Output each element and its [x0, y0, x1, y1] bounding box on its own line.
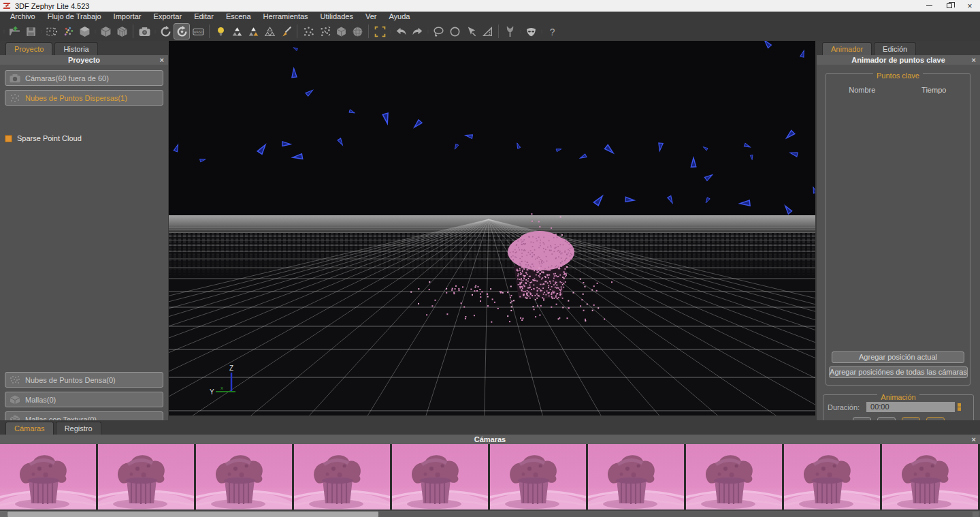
tab-camaras[interactable]: Cámaras	[5, 422, 54, 435]
minimize-button[interactable]	[919, 0, 939, 12]
menu-item-utilidades[interactable]: Utilidades	[314, 12, 359, 22]
toolbar-cube-extract-icon[interactable]	[97, 23, 114, 40]
toolbar-redo-icon[interactable]	[409, 23, 425, 40]
toolbar-scatter-points-icon[interactable]	[300, 23, 316, 40]
toolbar-drag-handle-icon	[152, 23, 157, 40]
toolbar-drag-handle-icon	[39, 23, 44, 40]
toolbar-tools-wrench-icon[interactable]	[502, 23, 518, 40]
tab-historia[interactable]: Historia	[54, 42, 97, 55]
menu-item-flujo-de-trabajo[interactable]: Flujo de Trabajo	[42, 12, 108, 22]
toolbar-camera-capture-icon[interactable]	[136, 23, 152, 40]
toolbar-scatter-edit-icon[interactable]	[316, 23, 333, 40]
menu-item-exportar[interactable]: Exportar	[148, 12, 189, 22]
tab-registro[interactable]: Registro	[56, 422, 101, 435]
camera-thumbnail[interactable]	[294, 444, 390, 510]
keypoints-groupbox: Puntos clave Nombre Tiempo Agregar posic…	[826, 73, 970, 386]
dense-clouds-group-button[interactable]: Nubes de Puntos Densa(0)	[5, 372, 163, 388]
toolbar-open-project-icon[interactable]	[6, 23, 22, 40]
toolbar-measure-ruler-icon[interactable]	[479, 23, 495, 40]
toolbar-rotate-view-icon[interactable]	[157, 23, 174, 40]
menu-item-archivo[interactable]: Archivo	[4, 12, 42, 22]
camera-thumbnail[interactable]	[588, 444, 684, 510]
camera-thumbnail[interactable]	[784, 444, 880, 510]
menu-item-herramientas[interactable]: Herramientas	[257, 12, 314, 22]
menu-item-escena[interactable]: Escena	[220, 12, 257, 22]
cameras-panel-title: Cámaras	[474, 435, 506, 443]
toolbar-cube-mesh-icon[interactable]	[114, 23, 130, 40]
toolbar-rotate-turntable-active-icon[interactable]	[174, 23, 190, 40]
toolbar-pointer-polyline-icon[interactable]	[463, 23, 479, 40]
project-panel-close-icon[interactable]: ×	[160, 55, 164, 65]
tab-animador[interactable]: Animador	[822, 42, 872, 55]
toolbar-lighting-bulb-icon[interactable]	[212, 23, 229, 40]
duration-spinner[interactable]	[958, 403, 961, 411]
scrollbar-grip[interactable]	[973, 512, 979, 517]
toolbar-drag-handle-icon	[425, 23, 430, 40]
title-bar: 3DF Zephyr Lite 4.523 ×	[0, 0, 980, 12]
keypoints-col-tiempo: Tiempo	[898, 86, 970, 94]
svg-text:Z: Z	[229, 364, 233, 372]
sparse-point-cloud-item[interactable]: Sparse Point Cloud	[5, 134, 82, 142]
scrollbar-thumb[interactable]	[7, 512, 378, 517]
sparse-clouds-group-button[interactable]: Nubes de Puntos Dispersas(1)	[5, 90, 163, 106]
cameras-panel: Cámaras Registro Cámaras ×	[0, 420, 980, 517]
toolbar-sphere-shaded-icon[interactable]	[349, 23, 365, 40]
svg-text:WASD: WASD	[193, 31, 203, 34]
meshes-group-button[interactable]: Mallas(0)	[5, 392, 163, 407]
close-button[interactable]: ×	[960, 0, 980, 12]
camera-thumbnail[interactable]	[0, 444, 96, 510]
tab-edicion[interactable]: Edición	[874, 42, 916, 55]
toolbar-separator	[368, 25, 369, 38]
toolbar-triangles-orange-icon[interactable]	[245, 23, 261, 40]
camera-thumbnail[interactable]	[196, 444, 292, 510]
toolbar-triangles-light-icon[interactable]	[229, 23, 245, 40]
toolbar-colored-points-cube-icon[interactable]	[60, 23, 76, 40]
add-all-cameras-positions-button[interactable]: Agregar posiciónes de todas las cámaras	[829, 366, 968, 378]
toolbar-select-region-points-icon[interactable]	[44, 23, 60, 40]
animation-group-title: Animación	[877, 393, 919, 401]
viewport-3d[interactable]: ZYx	[169, 41, 815, 416]
cameras-group-button[interactable]: Cámaras(60 fuera de 60)	[5, 70, 163, 86]
toolbar-undo-icon[interactable]	[393, 23, 409, 40]
toolbar-paint-brush-icon[interactable]	[278, 23, 294, 40]
toolbar-separator	[498, 25, 499, 38]
toolbar-cube-small-icon[interactable]	[333, 23, 349, 40]
dense-cloud-icon	[10, 375, 20, 385]
point-cloud-swatch-icon	[5, 135, 12, 142]
camera-thumbnail[interactable]	[392, 444, 488, 510]
toolbar-circle-select-icon[interactable]	[446, 23, 463, 40]
toolbar-drag-handle-icon	[388, 23, 393, 40]
svg-text:?: ?	[549, 26, 555, 37]
window-title: 3DF Zephyr Lite 4.523	[15, 2, 89, 10]
add-current-position-button[interactable]: Agregar posición actual	[832, 351, 964, 363]
camera-thumbnail[interactable]	[882, 444, 978, 510]
horizontal-scrollbar[interactable]	[0, 510, 980, 517]
toolbar-selection-bracket-icon[interactable]	[372, 23, 388, 40]
keypoints-group-title: Puntos clave	[873, 72, 923, 80]
restore-button[interactable]	[939, 0, 960, 12]
toolbar-wasd-mode-icon[interactable]: WASD	[190, 23, 206, 40]
project-panel: Proyecto Historia Proyecto × Cámaras(60 …	[0, 41, 168, 420]
camera-thumbnail[interactable]	[686, 444, 782, 510]
scrollbar-left-button[interactable]	[0, 511, 7, 517]
camera-thumbnail[interactable]	[490, 444, 586, 510]
animator-panel-close-icon[interactable]: ×	[972, 55, 976, 65]
duration-input[interactable]: 00:00	[866, 402, 955, 412]
close-icon: ×	[967, 3, 972, 10]
menu-item-importar[interactable]: Importar	[108, 12, 148, 22]
toolbar-hexagon-solid-icon[interactable]	[76, 23, 93, 40]
toolbar-mask-tool-icon[interactable]	[523, 23, 539, 40]
menu-item-editar[interactable]: Editar	[188, 12, 220, 22]
tab-proyecto[interactable]: Proyecto	[5, 42, 52, 55]
menu-item-ver[interactable]: Ver	[359, 12, 383, 22]
toolbar-triangles-outline-icon[interactable]	[261, 23, 278, 40]
toolbar-lasso-select-icon[interactable]	[430, 23, 446, 40]
keypoints-col-nombre: Nombre	[826, 86, 898, 94]
menu-bar: ArchivoFlujo de TrabajoImportarExportarE…	[0, 12, 980, 22]
animator-panel-title: Animador de puntos clave	[851, 56, 945, 64]
cameras-panel-close-icon[interactable]: ×	[972, 435, 976, 444]
toolbar-help-question-icon[interactable]: ?	[544, 23, 560, 40]
toolbar-save-project-icon[interactable]	[22, 23, 39, 40]
camera-thumbnail[interactable]	[98, 444, 194, 510]
menu-item-ayuda[interactable]: Ayuda	[382, 12, 416, 22]
